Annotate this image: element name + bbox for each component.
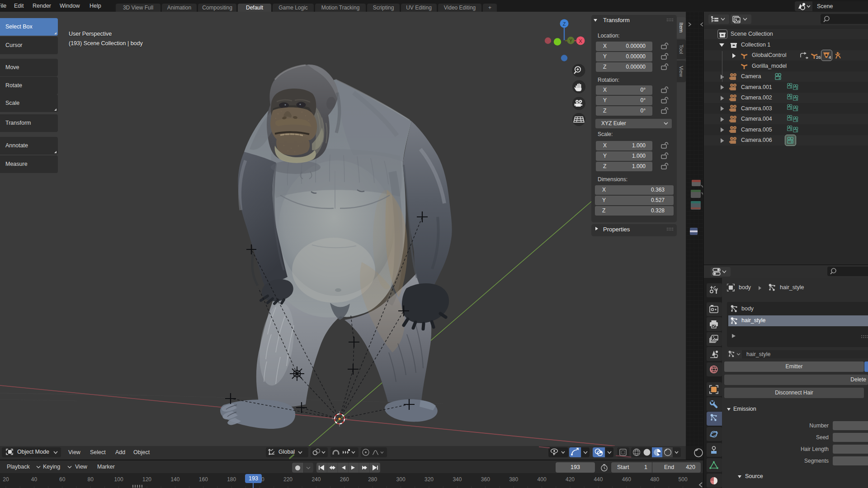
svg-text:Y: Y: [569, 38, 572, 43]
svg-text:X: X: [579, 38, 582, 44]
svg-text:Z: Z: [563, 21, 566, 27]
